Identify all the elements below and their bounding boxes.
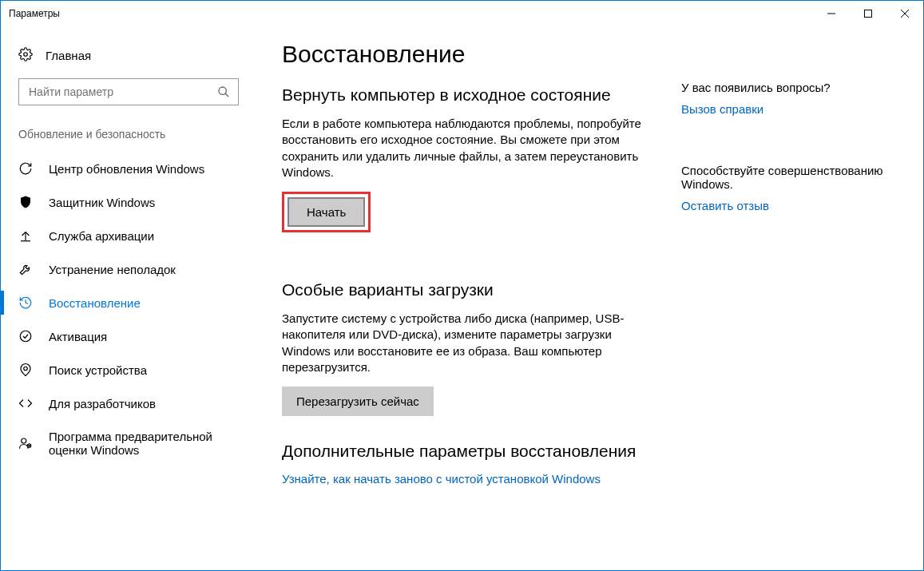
- questions-block: У вас появились вопросы? Вызов справки: [681, 81, 889, 116]
- sidebar-item-label: Служба архивации: [49, 229, 239, 243]
- sidebar-item-label: Устранение неполадок: [49, 263, 239, 276]
- sync-icon: [18, 161, 33, 176]
- feedback-heading: Способствуйте совершенствованию Windows.: [681, 164, 889, 191]
- svg-line-6: [225, 93, 228, 97]
- maximize-icon: [864, 10, 872, 18]
- window-controls: [813, 1, 923, 26]
- svg-rect-1: [865, 10, 872, 18]
- settings-window: Параметры Главная: [0, 0, 924, 571]
- close-button[interactable]: [886, 1, 923, 26]
- search-input-container[interactable]: [18, 78, 239, 105]
- check-circle-icon: [18, 329, 33, 343]
- group-label: Обновление и безопасность: [1, 120, 256, 152]
- advanced-text: Запустите систему с устройства либо диск…: [282, 311, 649, 375]
- more-recovery-section: Дополнительные параметры восстановления …: [282, 442, 649, 486]
- reset-heading: Вернуть компьютер в исходное состояние: [282, 85, 649, 105]
- sidebar: Главная Обновление и безопасность Центр …: [1, 26, 256, 570]
- home-label: Главная: [46, 49, 91, 62]
- content: Главная Обновление и безопасность Центр …: [1, 26, 923, 570]
- svg-point-4: [24, 53, 28, 57]
- location-icon: [18, 363, 33, 377]
- sidebar-item-activation[interactable]: Активация: [1, 319, 256, 353]
- window-title: Параметры: [9, 8, 60, 19]
- sidebar-item-find-device[interactable]: Поиск устройства: [1, 353, 256, 387]
- sidebar-item-troubleshoot[interactable]: Устранение неполадок: [1, 252, 256, 286]
- svg-point-5: [219, 87, 226, 94]
- get-help-link[interactable]: Вызов справки: [681, 102, 889, 116]
- more-heading: Дополнительные параметры восстановления: [282, 442, 649, 461]
- minimize-icon: [827, 10, 835, 18]
- sidebar-item-windows-update[interactable]: Центр обновления Windows: [1, 152, 256, 185]
- reset-section: Вернуть компьютер в исходное состояние Е…: [282, 85, 649, 255]
- sidebar-item-label: Поиск устройства: [49, 363, 239, 377]
- wrench-icon: [18, 262, 33, 276]
- fresh-start-link[interactable]: Узнайте, как начать заново с чистой уста…: [282, 472, 649, 486]
- restart-now-button[interactable]: Перезагрузить сейчас: [282, 387, 434, 416]
- feedback-link[interactable]: Оставить отзыв: [681, 199, 889, 212]
- main-column: Восстановление Вернуть компьютер в исход…: [282, 41, 649, 570]
- sidebar-item-label: Центр обновления Windows: [49, 162, 239, 176]
- page-title: Восстановление: [282, 41, 649, 68]
- titlebar: Параметры: [1, 1, 923, 26]
- search-icon: [217, 85, 230, 98]
- code-icon: [18, 396, 33, 410]
- upload-icon: [18, 228, 33, 243]
- right-column: У вас появились вопросы? Вызов справки С…: [681, 41, 889, 570]
- reset-text: Если в работе компьютера наблюдаются про…: [282, 116, 649, 180]
- maximize-button[interactable]: [850, 1, 886, 26]
- sidebar-item-label: Защитник Windows: [49, 196, 239, 209]
- highlight-box: Начать: [282, 192, 371, 232]
- svg-point-10: [24, 367, 28, 371]
- advanced-heading: Особые варианты загрузки: [282, 280, 649, 299]
- sidebar-item-label: Программа предварительной оценки Windows: [49, 430, 239, 457]
- search-input[interactable]: [27, 85, 217, 99]
- sidebar-item-insider[interactable]: Программа предварительной оценки Windows: [1, 420, 256, 466]
- sidebar-item-label: Восстановление: [49, 296, 239, 310]
- svg-point-11: [22, 438, 26, 443]
- minimize-button[interactable]: [813, 1, 850, 26]
- questions-heading: У вас появились вопросы?: [681, 81, 889, 94]
- history-icon: [18, 295, 33, 310]
- gear-icon: [18, 47, 33, 64]
- person-icon: [18, 436, 33, 450]
- svg-point-9: [20, 331, 31, 342]
- sidebar-item-label: Для разработчиков: [49, 397, 239, 410]
- main: Восстановление Вернуть компьютер в исход…: [256, 26, 923, 570]
- sidebar-item-backup[interactable]: Служба архивации: [1, 219, 256, 252]
- sidebar-item-recovery[interactable]: Восстановление: [1, 286, 256, 319]
- sidebar-item-developers[interactable]: Для разработчиков: [1, 387, 256, 420]
- shield-icon: [18, 195, 33, 209]
- sidebar-item-label: Активация: [49, 330, 239, 343]
- home-link[interactable]: Главная: [1, 42, 256, 78]
- sidebar-item-defender[interactable]: Защитник Windows: [1, 185, 256, 219]
- close-icon: [901, 10, 909, 18]
- reset-start-button[interactable]: Начать: [288, 197, 365, 227]
- advanced-startup-section: Особые варианты загрузки Запустите систе…: [282, 280, 649, 416]
- feedback-block: Способствуйте совершенствованию Windows.…: [681, 164, 889, 212]
